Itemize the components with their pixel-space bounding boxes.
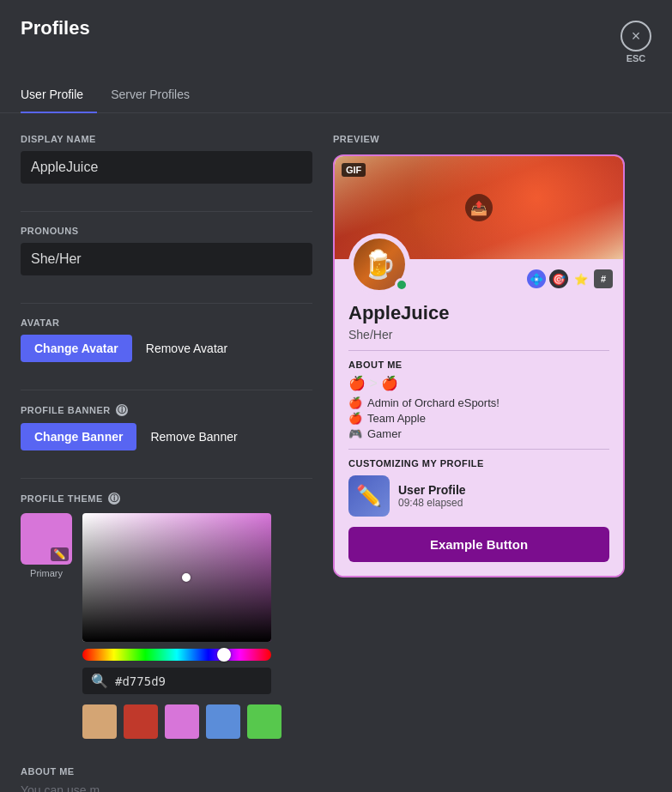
about-me-label: ABOUT ME (21, 766, 312, 777)
badges-row: 💠 🎯 ⭐ # (527, 269, 613, 288)
preview-text-3: Gamer (367, 427, 402, 440)
display-name-label: DISPLAY NAME (21, 134, 312, 144)
color-picker-panel: 🔍 (82, 513, 312, 739)
divider-3 (21, 390, 312, 390)
divider-4 (21, 478, 312, 479)
activity-icon: ✏️ (348, 475, 390, 517)
preset-swatch-4[interactable] (206, 704, 240, 739)
profile-banner-section: PROFILE BANNER ⓘ Change Banner Remove Ba… (21, 404, 312, 450)
preset-swatch-1[interactable] (82, 704, 117, 739)
activity-row: ✏️ User Profile 09:48 elapsed (348, 475, 609, 517)
preview-emoji-1: 🍎 (348, 396, 362, 409)
preview-about-line-1: 🍎 Admin of Orchard eSports! (348, 396, 609, 409)
avatar-label: AVATAR (21, 317, 312, 328)
esc-label: ESC (627, 53, 646, 63)
swatch-pencil-icon: ✏️ (51, 547, 69, 561)
display-name-input[interactable] (21, 151, 312, 184)
hue-thumb (217, 648, 231, 662)
tab-user-profile[interactable]: User Profile (21, 81, 97, 113)
hex-row: 🔍 (82, 668, 271, 694)
profile-card-body: 🍺 💠 🎯 ⭐ # AppleJuice She/Her ABOUT ME (335, 259, 623, 576)
change-avatar-button[interactable]: Change Avatar (21, 335, 132, 362)
eyedropper-icon[interactable]: 🔍 (91, 673, 108, 689)
profile-theme-label-row: PROFILE THEME ⓘ (21, 493, 312, 505)
banner-upload-icon[interactable]: 📤 (465, 194, 493, 221)
left-panel: DISPLAY NAME PRONOUNS AVATAR Change Avat… (21, 134, 312, 792)
tab-server-profiles[interactable]: Server Profiles (97, 81, 203, 113)
preview-about-label: ABOUT ME (348, 360, 609, 370)
avatar-status-dot (395, 278, 409, 292)
avatar-section: AVATAR Change Avatar Remove Avatar (21, 317, 312, 362)
modal-header: Profiles × ESC (0, 0, 672, 63)
close-icon: × (632, 27, 641, 45)
about-me-section: ABOUT ME You can use m 🍎 > 🍎 🍎 Admi 🍎 Te… (21, 766, 312, 792)
about-me-placeholder: You can use m (21, 783, 312, 792)
modal-title: Profiles (21, 17, 90, 39)
primary-swatch-container: ✏️ Primary (21, 513, 72, 578)
close-button[interactable]: × ESC (621, 21, 651, 63)
hue-slider[interactable] (82, 649, 271, 661)
preset-swatch-2[interactable] (124, 704, 158, 739)
preview-text-2: Team Apple (367, 412, 426, 425)
activity-info: User Profile 09:48 elapsed (398, 483, 466, 509)
preview-divider (348, 449, 609, 450)
avatar-badges-row: 🍺 💠 🎯 ⭐ # (348, 259, 609, 302)
avatar-btn-group: Change Avatar Remove Avatar (21, 335, 312, 362)
activity-title: User Profile (398, 483, 466, 497)
modal: Profiles × ESC User Profile Server Profi… (0, 0, 672, 792)
primary-color-swatch[interactable]: ✏️ (21, 513, 72, 565)
profile-name: AppleJuice (348, 302, 609, 324)
customizing-label: CUSTOMIZING MY PROFILE (348, 458, 609, 469)
preview-about-line-3: 🎮 Gamer (348, 427, 609, 440)
profile-banner-label-row: PROFILE BANNER ⓘ (21, 404, 312, 416)
badge-target: 🎯 (549, 269, 568, 288)
right-panel: PREVIEW GIF 📤 🍺 (333, 134, 651, 792)
close-circle: × (621, 21, 651, 51)
preview-emoji-3: 🎮 (348, 427, 362, 440)
remove-banner-button[interactable]: Remove Banner (147, 423, 240, 450)
pronouns-section: PRONOUNS (21, 226, 312, 275)
badge-star: ⭐ (572, 269, 590, 288)
badge-diamond: 💠 (527, 269, 546, 288)
profile-banner-label: PROFILE BANNER (21, 405, 111, 415)
profile-card: GIF 📤 🍺 💠 🎯 ⭐ (333, 154, 625, 577)
banner-info-icon: ⓘ (116, 404, 128, 416)
primary-label: Primary (30, 568, 63, 578)
content-area: DISPLAY NAME PRONOUNS AVATAR Change Avat… (0, 113, 672, 792)
tab-bar: User Profile Server Profiles (0, 70, 672, 113)
badge-hash: # (594, 269, 613, 288)
color-presets (82, 704, 312, 739)
gif-badge: GIF (342, 163, 366, 177)
avatar-area: 🍺 (348, 233, 410, 295)
preview-text-1: Admin of Orchard eSports! (367, 396, 499, 409)
activity-time: 09:48 elapsed (398, 497, 466, 509)
profile-theme-section: PROFILE THEME ⓘ ✏️ Primary (21, 493, 312, 753)
example-button[interactable]: Example Button (348, 527, 609, 562)
pronouns-label: PRONOUNS (21, 226, 312, 236)
preview-label: PREVIEW (333, 134, 651, 144)
color-picker-cursor (182, 573, 191, 582)
preset-swatch-5[interactable] (247, 704, 282, 739)
preview-emoji-2: 🍎 (348, 412, 362, 425)
divider-1 (21, 211, 312, 212)
display-name-section: DISPLAY NAME (21, 134, 312, 184)
theme-info-icon: ⓘ (108, 493, 120, 505)
remove-avatar-button[interactable]: Remove Avatar (142, 335, 231, 362)
divider-2 (21, 303, 312, 304)
color-gradient[interactable] (82, 513, 271, 642)
pronouns-input[interactable] (21, 243, 312, 275)
preset-swatch-3[interactable] (165, 704, 199, 739)
color-theme-area: ✏️ Primary 🔍 (21, 513, 312, 739)
preview-about-emoji: 🍎 > 🍎 (348, 375, 609, 391)
profile-pronouns: She/Her (348, 328, 609, 351)
preview-about-line-2: 🍎 Team Apple (348, 412, 609, 425)
change-banner-button[interactable]: Change Banner (21, 423, 136, 450)
profile-theme-label: PROFILE THEME (21, 493, 103, 504)
banner-btn-group: Change Banner Remove Banner (21, 423, 312, 450)
hex-input[interactable] (115, 674, 184, 688)
